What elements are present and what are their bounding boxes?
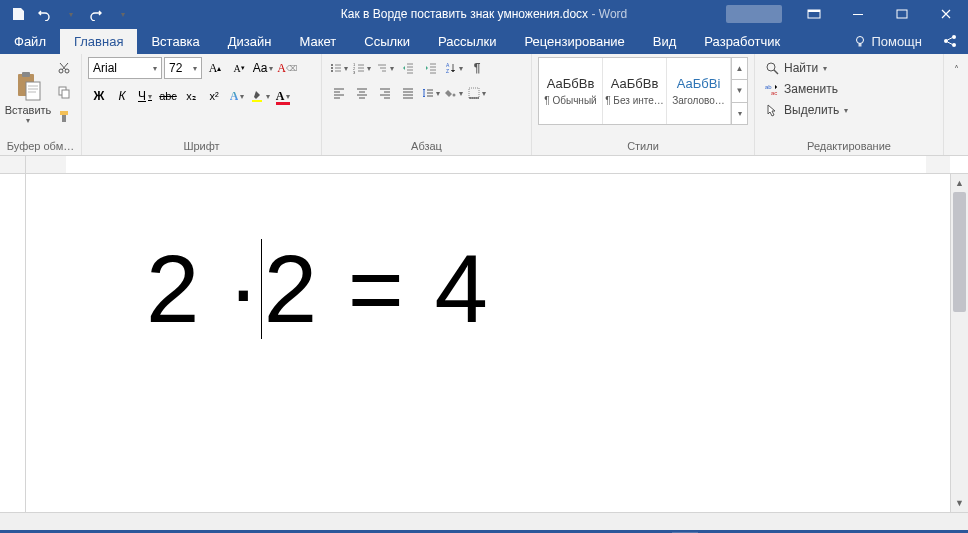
ruler-horizontal[interactable] <box>0 156 968 174</box>
group-label-styles: Стили <box>538 138 748 155</box>
text-effects-button[interactable]: A <box>226 85 248 107</box>
style-gallery-expand[interactable]: ▾ <box>732 103 747 124</box>
style-scroll-down[interactable]: ▼ <box>732 80 747 102</box>
share-button[interactable] <box>932 28 968 54</box>
ruler-vertical[interactable] <box>0 174 26 512</box>
group-label-editing: Редактирование <box>761 138 937 155</box>
highlight-icon <box>250 89 264 103</box>
multilevel-button[interactable] <box>374 57 396 79</box>
svg-rect-17 <box>62 115 66 122</box>
tab-layout[interactable]: Макет <box>285 29 350 54</box>
paste-button[interactable]: Вставить ▾ <box>6 57 50 138</box>
collapse-ribbon-button[interactable]: ˄ <box>945 58 967 80</box>
strikethrough-button[interactable]: abc <box>157 85 179 107</box>
tab-design[interactable]: Дизайн <box>214 29 286 54</box>
tab-view[interactable]: Вид <box>639 29 691 54</box>
justify-icon <box>402 87 414 99</box>
style-scroll-up[interactable]: ▲ <box>732 58 747 80</box>
shrink-font-button[interactable]: A▾ <box>228 57 250 79</box>
undo-dropdown[interactable] <box>58 2 82 26</box>
tab-review[interactable]: Рецензирование <box>510 29 638 54</box>
close-button[interactable] <box>924 0 968 28</box>
grow-font-button[interactable]: A▴ <box>204 57 226 79</box>
align-left-icon <box>333 87 345 99</box>
svg-text:ac: ac <box>771 90 777 96</box>
ruler-h-track[interactable] <box>26 156 950 173</box>
tell-me[interactable]: Помощн <box>843 29 932 54</box>
highlight-button[interactable] <box>249 85 271 107</box>
replace-button[interactable]: abac Заменить <box>761 80 852 98</box>
font-size-combo[interactable]: 72▾ <box>164 57 202 79</box>
align-left-button[interactable] <box>328 82 350 104</box>
sort-button[interactable]: AZ <box>443 57 465 79</box>
select-button[interactable]: Выделить▾ <box>761 101 852 119</box>
font-name-combo[interactable]: Arial▾ <box>88 57 162 79</box>
style-gallery: АаБбВв ¶ Обычный АаБбВв ¶ Без инте… АаБб… <box>538 57 748 125</box>
redo-button[interactable] <box>84 2 108 26</box>
italic-button[interactable]: К <box>111 85 133 107</box>
svg-rect-2 <box>853 14 863 15</box>
justify-button[interactable] <box>397 82 419 104</box>
style-gallery-scroll: ▲ ▼ ▾ <box>731 58 747 124</box>
align-right-button[interactable] <box>374 82 396 104</box>
svg-rect-5 <box>859 43 862 46</box>
svg-rect-29 <box>469 88 479 98</box>
increase-indent-button[interactable] <box>420 57 442 79</box>
lightbulb-icon <box>853 35 867 49</box>
group-label-paragraph: Абзац <box>328 138 525 155</box>
shading-button[interactable] <box>443 82 465 104</box>
tab-insert[interactable]: Вставка <box>137 29 213 54</box>
line-spacing-button[interactable] <box>420 82 442 104</box>
document-name: Как в Ворде поставить знак умножения.doc… <box>341 7 588 21</box>
tab-developer[interactable]: Разработчик <box>690 29 794 54</box>
document-text[interactable]: 2 · 2 = 4 <box>146 234 490 344</box>
tab-file[interactable]: Файл <box>0 29 60 54</box>
scroll-down-button[interactable]: ▼ <box>951 494 968 512</box>
copy-button[interactable] <box>53 81 75 103</box>
tab-home[interactable]: Главная <box>60 29 137 54</box>
scroll-up-button[interactable]: ▲ <box>951 174 968 192</box>
bullets-button[interactable] <box>328 57 350 79</box>
change-case-button[interactable]: Aa <box>252 57 274 79</box>
show-marks-button[interactable]: ¶ <box>466 57 488 79</box>
tab-references[interactable]: Ссылки <box>350 29 424 54</box>
svg-point-30 <box>767 63 775 71</box>
decrease-indent-button[interactable] <box>397 57 419 79</box>
underline-button[interactable]: Ч <box>134 85 156 107</box>
cut-button[interactable] <box>53 57 75 79</box>
font-color-button[interactable]: A <box>272 85 294 107</box>
maximize-button[interactable] <box>880 0 924 28</box>
numbering-button[interactable]: 123 <box>351 57 373 79</box>
scroll-track[interactable] <box>951 192 968 494</box>
borders-button[interactable] <box>466 82 488 104</box>
find-button[interactable]: Найти▾ <box>761 59 852 77</box>
style-heading1[interactable]: АаБбВі Заголово… <box>667 58 731 124</box>
bold-button[interactable]: Ж <box>88 85 110 107</box>
document-area: 2 · 2 = 4 ▲ ▼ <box>0 174 968 512</box>
minimize-button[interactable] <box>836 0 880 28</box>
qat-customize[interactable] <box>110 2 134 26</box>
paste-icon <box>14 70 42 102</box>
vertical-scrollbar[interactable]: ▲ ▼ <box>950 174 968 512</box>
ribbon-options-button[interactable] <box>792 0 836 28</box>
style-no-spacing[interactable]: АаБбВв ¶ Без инте… <box>603 58 667 124</box>
svg-rect-28 <box>446 97 456 99</box>
group-paragraph: 123 AZ ¶ <box>322 54 532 155</box>
align-center-button[interactable] <box>351 82 373 104</box>
page[interactable]: 2 · 2 = 4 <box>26 174 950 512</box>
clear-formatting-button[interactable]: A⌫ <box>276 57 298 79</box>
format-painter-button[interactable] <box>53 105 75 127</box>
user-badge[interactable] <box>726 5 782 23</box>
undo-button[interactable] <box>32 2 56 26</box>
scroll-thumb[interactable] <box>953 192 966 312</box>
subscript-button[interactable]: x₂ <box>180 85 202 107</box>
window-title: Как в Ворде поставить знак умножения.doc… <box>341 7 627 21</box>
save-button[interactable] <box>6 2 30 26</box>
quick-access-toolbar <box>0 2 134 26</box>
cursor-icon <box>765 103 779 117</box>
horizontal-scrollbar[interactable] <box>0 512 968 530</box>
superscript-button[interactable]: x² <box>203 85 225 107</box>
tab-mailings[interactable]: Рассылки <box>424 29 510 54</box>
text-cursor <box>261 239 262 339</box>
style-normal[interactable]: АаБбВв ¶ Обычный <box>539 58 603 124</box>
